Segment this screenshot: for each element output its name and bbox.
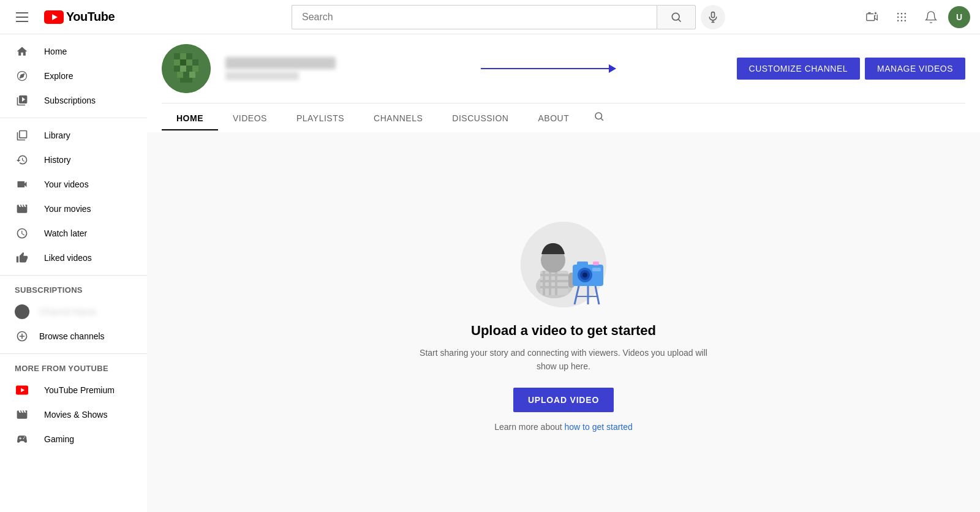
search-icon — [670, 11, 682, 23]
svg-point-18 — [901, 16, 903, 18]
sidebar-item-movies-shows[interactable]: Movies & Shows — [0, 402, 147, 427]
svg-point-59 — [582, 273, 587, 277]
gaming-icon — [15, 433, 29, 445]
apps-button[interactable] — [889, 5, 914, 29]
learn-more-link[interactable]: how to get started — [565, 422, 633, 432]
channel-arrow — [481, 68, 722, 69]
sidebar-item-subscription-channel[interactable]: Channel Name — [0, 299, 147, 324]
tab-discussion[interactable]: DISCUSSION — [437, 106, 523, 130]
svg-rect-34 — [192, 59, 198, 66]
manage-videos-button[interactable]: MANAGE VIDEOS — [865, 58, 965, 80]
svg-rect-31 — [174, 59, 180, 66]
learn-more-prefix: Learn more about — [494, 422, 564, 432]
tab-home[interactable]: HOME — [162, 106, 218, 130]
sidebar-item-liked-videos[interactable]: Liked videos — [0, 246, 147, 270]
channel-actions: CUSTOMIZE CHANNEL MANAGE VIDEOS — [737, 58, 965, 80]
upload-video-button[interactable]: UPLOAD VIDEO — [513, 388, 614, 412]
svg-rect-37 — [186, 66, 192, 72]
sidebar-item-home[interactable]: Home — [0, 39, 147, 64]
svg-line-10 — [870, 12, 870, 13]
mic-button[interactable] — [701, 5, 725, 29]
sidebar-item-label: Gaming — [44, 434, 74, 444]
tab-channels[interactable]: CHANNELS — [359, 106, 437, 130]
empty-state-subtitle: Start sharing your story and connecting … — [410, 346, 717, 374]
sidebar-item-subscriptions[interactable]: Subscriptions — [0, 88, 147, 113]
create-video-button[interactable] — [860, 5, 884, 29]
apps-icon — [895, 11, 908, 23]
sidebar-item-browse-channels[interactable]: Browse channels — [0, 324, 147, 348]
sidebar-item-history[interactable]: History — [0, 148, 147, 172]
library-icon — [15, 129, 29, 141]
more-from-youtube-label: MORE FROM YOUTUBE — [0, 359, 147, 378]
channel-name-blur — [225, 57, 336, 69]
sidebar-item-label: Movies & Shows — [44, 410, 107, 420]
svg-rect-29 — [180, 53, 186, 59]
svg-rect-61 — [592, 268, 601, 271]
customize-channel-button[interactable]: CUSTOMIZE CHANNEL — [737, 58, 860, 80]
channel-details — [225, 57, 466, 80]
sidebar-item-label: Watch later — [44, 228, 87, 238]
svg-line-44 — [601, 118, 603, 120]
sidebar-item-label: Explore — [44, 71, 73, 81]
sidebar-item-label: Subscriptions — [44, 96, 96, 105]
svg-point-22 — [905, 20, 907, 21]
svg-point-20 — [897, 20, 899, 21]
hamburger-button[interactable] — [10, 5, 34, 29]
empty-state-title: Upload a video to get started — [471, 323, 656, 339]
sidebar-item-your-videos[interactable]: Your videos — [0, 172, 147, 197]
sidebar-item-label: Library — [44, 130, 70, 140]
learn-more-text: Learn more about how to get started — [494, 422, 633, 432]
svg-rect-35 — [174, 66, 180, 72]
tab-about[interactable]: ABOUT — [523, 106, 584, 130]
divider-3 — [0, 353, 147, 354]
tab-playlists[interactable]: PLAYLISTS — [282, 106, 359, 130]
sidebar-item-watch-later[interactable]: Watch later — [0, 221, 147, 246]
tab-search-button[interactable] — [584, 104, 614, 132]
search-button[interactable] — [657, 5, 696, 29]
tab-videos[interactable]: VIDEOS — [218, 106, 282, 130]
search-input[interactable] — [292, 5, 657, 29]
sidebar-item-your-movies[interactable]: Your movies — [0, 197, 147, 221]
logo-text: YouTube — [66, 10, 115, 24]
mic-icon — [707, 11, 719, 23]
svg-point-21 — [901, 20, 903, 21]
svg-rect-42 — [180, 78, 192, 83]
subscriptions-icon — [15, 94, 29, 107]
sidebar-item-gaming[interactable]: Gaming — [0, 427, 147, 451]
logo-area[interactable]: YouTube — [44, 10, 115, 24]
content-area: Upload a video to get started Start shar… — [147, 132, 980, 500]
svg-line-9 — [869, 12, 869, 13]
svg-point-43 — [595, 113, 602, 119]
svg-rect-60 — [577, 262, 588, 266]
main-content: CUSTOMIZE CHANNEL MANAGE VIDEOS HOME VID… — [147, 34, 980, 512]
avatar-button[interactable]: U — [948, 6, 970, 28]
divider-2 — [0, 275, 147, 276]
header-center — [157, 5, 860, 29]
channel-avatar-graphic — [162, 44, 211, 93]
sidebar-item-explore[interactable]: Explore — [0, 64, 147, 88]
add-circle-icon — [15, 330, 29, 342]
svg-line-3 — [679, 19, 681, 21]
sidebar-item-library[interactable]: Library — [0, 123, 147, 148]
divider-1 — [0, 118, 147, 118]
svg-point-16 — [905, 12, 907, 14]
your-videos-icon — [15, 178, 29, 190]
explore-icon — [15, 70, 29, 82]
subscription-channel-avatar — [15, 304, 29, 319]
youtube-logo-icon — [44, 10, 64, 24]
channel-avatar — [162, 44, 211, 93]
svg-marker-24 — [20, 73, 24, 78]
subscriptions-section-label: SUBSCRIPTIONS — [0, 280, 147, 299]
svg-rect-38 — [192, 66, 198, 72]
tab-search-icon — [594, 111, 605, 122]
notifications-button[interactable] — [919, 5, 943, 29]
svg-point-14 — [897, 12, 899, 14]
sidebar-item-label: YouTube Premium — [44, 385, 115, 395]
sidebar-item-youtube-premium[interactable]: YouTube Premium — [0, 378, 147, 402]
arrow-line — [481, 68, 616, 69]
sidebar-item-label: Liked videos — [44, 253, 92, 263]
hamburger-icon — [13, 10, 31, 24]
sidebar: Home Explore Subscriptions Library — [0, 34, 147, 512]
create-video-icon — [865, 10, 879, 24]
subscription-channel-name: Channel Name — [39, 307, 96, 317]
